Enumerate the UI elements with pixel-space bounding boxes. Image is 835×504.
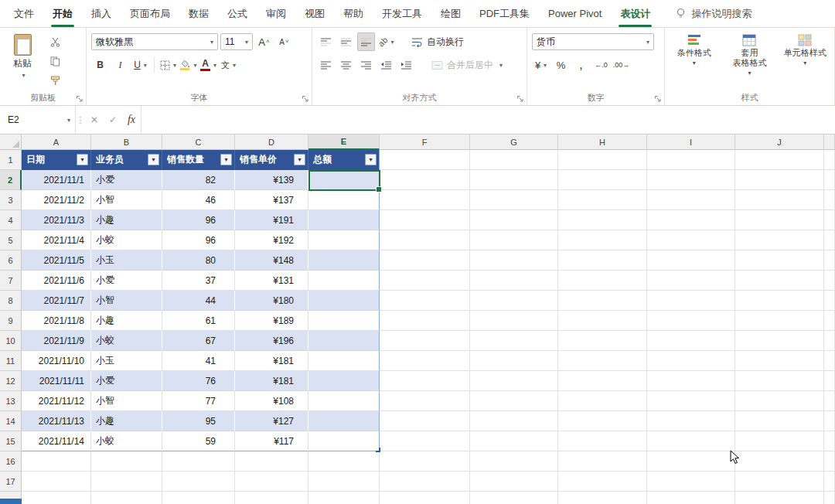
cell-F9[interactable] xyxy=(380,311,470,331)
cell-E15[interactable] xyxy=(308,431,380,451)
cell-F4[interactable] xyxy=(380,210,470,230)
cell-D6[interactable]: ¥148 xyxy=(235,250,308,271)
cell-styles-button[interactable]: 单元格样式 ▾ xyxy=(779,32,830,91)
cell-F1[interactable] xyxy=(380,150,470,170)
filter-button-total[interactable]: ▾ xyxy=(365,154,377,165)
column-header-F[interactable]: F xyxy=(380,135,470,150)
cell-C10[interactable]: 67 xyxy=(162,331,235,351)
cell-partial-12[interactable] xyxy=(824,371,835,391)
cell-D11[interactable]: ¥181 xyxy=(235,351,308,371)
cell-F16[interactable] xyxy=(380,451,470,472)
row-header-2[interactable]: 2 xyxy=(0,170,22,190)
cell-F11[interactable] xyxy=(380,351,470,371)
cell-C6[interactable]: 80 xyxy=(162,250,235,271)
cell-D1[interactable]: 销售单价▾ xyxy=(235,150,308,170)
middle-align-button[interactable] xyxy=(337,32,355,51)
cell-C11[interactable]: 41 xyxy=(162,351,235,371)
cell-I10[interactable] xyxy=(647,331,735,351)
enter-formula-button[interactable]: ✓ xyxy=(104,106,122,134)
cell-C12[interactable]: 76 xyxy=(162,371,235,391)
bold-button[interactable]: B xyxy=(91,56,109,74)
cancel-formula-button[interactable]: ✕ xyxy=(85,106,104,134)
cell-D9[interactable]: ¥189 xyxy=(235,311,308,331)
cell-partial-2[interactable] xyxy=(824,170,835,190)
cell-H1[interactable] xyxy=(558,150,647,170)
font-color-button[interactable]: A ▾ xyxy=(199,56,217,74)
cell-A18[interactable] xyxy=(22,492,91,504)
cell-H13[interactable] xyxy=(558,391,647,411)
row-header-4[interactable]: 4 xyxy=(0,210,22,230)
cell-partial-17[interactable] xyxy=(824,472,835,492)
cell-partial-14[interactable] xyxy=(824,411,835,431)
cell-H12[interactable] xyxy=(558,371,647,391)
cell-E1[interactable]: 总额▾ xyxy=(308,150,380,170)
cell-A14[interactable]: 2021/11/13 xyxy=(22,411,91,431)
cell-A11[interactable]: 2021/11/10 xyxy=(22,351,91,371)
cell-E9[interactable] xyxy=(308,311,380,331)
filter-button-salesperson[interactable]: ▾ xyxy=(148,154,159,165)
cell-A7[interactable]: 2021/11/6 xyxy=(22,271,91,291)
cell-J8[interactable] xyxy=(735,291,824,311)
clipboard-dialog-launcher[interactable] xyxy=(76,95,84,103)
cell-A4[interactable]: 2021/11/3 xyxy=(22,210,91,230)
row-header-9[interactable]: 9 xyxy=(0,311,22,331)
cell-A8[interactable]: 2021/11/7 xyxy=(22,291,91,311)
formula-input[interactable] xyxy=(141,106,835,134)
cell-J9[interactable] xyxy=(735,311,824,331)
cell-partial-5[interactable] xyxy=(824,230,835,250)
increase-indent-button[interactable] xyxy=(397,56,415,74)
align-left-button[interactable] xyxy=(317,56,335,74)
cell-J3[interactable] xyxy=(735,190,824,210)
column-header-C[interactable]: C xyxy=(162,135,235,150)
select-all-corner[interactable] xyxy=(0,135,22,150)
merge-center-button[interactable]: 合并后居中 ▾ xyxy=(427,56,507,74)
cell-E13[interactable] xyxy=(308,391,380,411)
cell-E4[interactable] xyxy=(308,210,380,230)
cell-B10[interactable]: 小蛟 xyxy=(91,331,162,351)
cell-J2[interactable] xyxy=(735,170,824,190)
cell-partial-1[interactable] xyxy=(824,150,835,170)
cell-I4[interactable] xyxy=(647,210,735,230)
cell-C9[interactable]: 61 xyxy=(162,311,235,331)
column-header-H[interactable]: H xyxy=(558,135,647,150)
decrease-font-size-button[interactable]: A˅ xyxy=(275,32,293,51)
cell-E17[interactable] xyxy=(308,472,380,492)
tab-file[interactable]: 文件 xyxy=(5,0,43,27)
borders-button[interactable]: ▾ xyxy=(159,56,177,74)
cell-partial-18[interactable] xyxy=(824,492,835,504)
cell-E5[interactable] xyxy=(308,230,380,250)
phonetic-guide-button[interactable]: 文 ▾ xyxy=(220,56,237,74)
column-header-partial[interactable] xyxy=(824,135,835,150)
fill-color-button[interactable]: ▾ xyxy=(179,56,197,74)
cell-G17[interactable] xyxy=(470,472,558,492)
cell-D8[interactable]: ¥180 xyxy=(235,291,308,311)
row-header-16[interactable]: 16 xyxy=(0,451,22,472)
top-align-button[interactable] xyxy=(317,32,335,51)
cell-C4[interactable]: 96 xyxy=(162,210,235,230)
cell-H3[interactable] xyxy=(558,190,647,210)
alignment-dialog-launcher[interactable] xyxy=(516,95,524,103)
tab-table-design[interactable]: 表设计 xyxy=(611,0,659,27)
cell-G1[interactable] xyxy=(470,150,558,170)
row-header-5[interactable]: 5 xyxy=(0,230,22,250)
row-header-17[interactable]: 17 xyxy=(0,472,22,492)
cell-J17[interactable] xyxy=(735,472,824,492)
filter-button-date[interactable]: ▾ xyxy=(77,154,88,165)
cell-C16[interactable] xyxy=(162,451,235,472)
cell-B4[interactable]: 小趣 xyxy=(91,210,162,230)
column-header-B[interactable]: B xyxy=(91,135,162,150)
cell-F17[interactable] xyxy=(380,472,470,492)
cut-button[interactable] xyxy=(45,33,65,50)
cell-F3[interactable] xyxy=(380,190,470,210)
cell-partial-7[interactable] xyxy=(824,271,835,291)
cell-G3[interactable] xyxy=(470,190,558,210)
cell-H7[interactable] xyxy=(558,271,647,291)
column-header-A[interactable]: A xyxy=(22,135,91,150)
cell-F10[interactable] xyxy=(380,331,470,351)
cell-H11[interactable] xyxy=(558,351,647,371)
row-header-7[interactable]: 7 xyxy=(0,271,22,291)
tab-formulas[interactable]: 公式 xyxy=(218,0,257,27)
row-header-3[interactable]: 3 xyxy=(0,190,22,210)
cell-G18[interactable] xyxy=(470,492,558,504)
cell-C14[interactable]: 95 xyxy=(162,411,235,431)
